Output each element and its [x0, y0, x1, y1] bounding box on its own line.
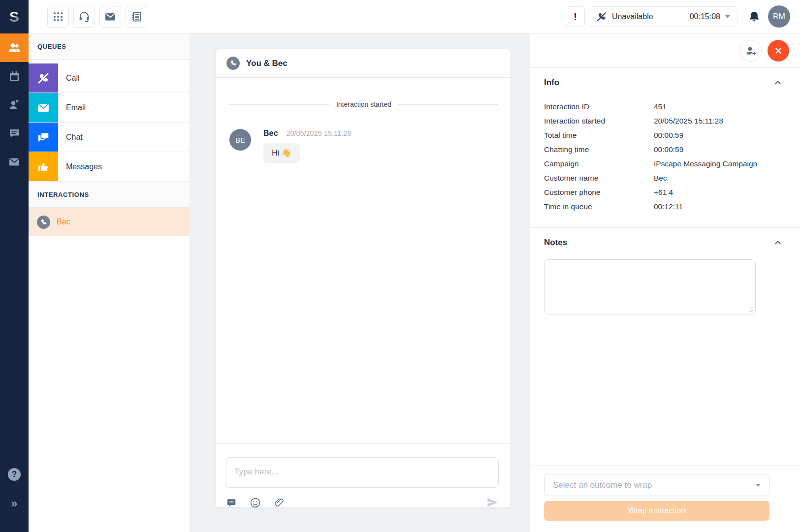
info-label: Total time [544, 128, 654, 142]
expand-glyph: » [11, 497, 17, 510]
interaction-item-bec[interactable]: Bec [29, 208, 190, 236]
queue-list: Call Email Chat Messages [29, 63, 190, 182]
status-timer: 00:15:08 [690, 12, 720, 21]
emoji-button[interactable] [250, 497, 261, 508]
help-glyph: ? [12, 469, 17, 479]
close-interaction-button[interactable] [768, 40, 789, 62]
message-avatar: BE [229, 129, 251, 151]
queues-panel: QUEUES Call Email Chat [29, 33, 190, 532]
queue-item-messages[interactable]: Messages [29, 152, 190, 182]
queue-label: Chat [66, 133, 83, 142]
chat-card: You & Bec Interaction started BE Bec 20/… [215, 49, 511, 508]
avatar-initials: BE [235, 136, 245, 144]
close-icon [773, 46, 783, 56]
headset-button[interactable] [73, 6, 95, 28]
alert-button[interactable]: ! [566, 6, 585, 27]
send-button[interactable] [486, 496, 499, 509]
info-value: 20/05/2025 15:11:28 [654, 114, 769, 128]
info-section-head: Info [544, 78, 782, 88]
envelope-icon [29, 93, 58, 122]
queue-item-chat[interactable]: Chat [29, 123, 190, 152]
info-row: Campaign IPscape Messaging Campaign [544, 156, 769, 171]
outcome-select[interactable]: Select an outcome to wrap [544, 474, 769, 496]
notes-title: Notes [544, 238, 567, 248]
info-value: IPscape Messaging Campaign [654, 156, 769, 171]
chat-bubble-icon [8, 127, 20, 139]
info-label: Interaction started [544, 114, 654, 128]
rail-item-chat[interactable] [0, 119, 29, 148]
agent-status-dropdown[interactable]: Unavailable 00:15:08 [589, 6, 737, 27]
envelope-icon [104, 11, 116, 23]
queue-item-email[interactable]: Email [29, 93, 190, 123]
queues-header: QUEUES [29, 33, 190, 60]
info-row: Customer name Bec [544, 171, 769, 185]
email-button[interactable] [99, 6, 121, 28]
topbar-right: ! Unavailable 00:15:08 RM [566, 5, 790, 28]
headset-icon [78, 11, 90, 23]
info-row: Customer phone +61 4 [544, 185, 769, 199]
notes-box [544, 259, 756, 316]
people-icon [8, 41, 21, 54]
info-value: Bec [654, 171, 769, 185]
info-section: Info Interaction ID 451 Interaction star… [530, 68, 800, 228]
alert-glyph: ! [574, 11, 577, 23]
rail-item-agent[interactable] [0, 91, 29, 119]
info-label: Customer phone [544, 185, 654, 199]
thumbs-up-icon [29, 152, 58, 181]
log-button[interactable] [126, 6, 147, 28]
wrap-interaction-button[interactable]: Wrap interaction [544, 501, 769, 521]
notifications-bell-button[interactable] [748, 10, 761, 23]
canned-responses-button[interactable] [226, 497, 237, 508]
chat-bubbles-icon [29, 123, 58, 152]
rail-item-schedule[interactable] [0, 62, 29, 91]
info-row: Interaction started 20/05/2025 15:11:28 [544, 114, 769, 128]
info-row: Time in queue 00:12:11 [544, 199, 769, 214]
info-value: 451 [654, 99, 769, 114]
chat-title: You & Bec [246, 59, 288, 68]
info-label: Chatting time [544, 142, 654, 156]
notes-input[interactable] [544, 259, 756, 314]
collapse-info-button[interactable] [773, 78, 782, 87]
info-label: Campaign [544, 156, 654, 171]
chat-composer [216, 443, 511, 507]
chevron-down-icon [725, 15, 730, 18]
info-label: Customer name [544, 171, 654, 185]
phone-slash-icon [596, 11, 607, 22]
info-value: 00:00:59 [654, 142, 769, 156]
app-launcher-button[interactable] [47, 6, 69, 28]
rail-item-email[interactable] [0, 148, 29, 176]
message-timestamp: 20/05/2025 15:11:28 [286, 129, 351, 137]
brand-logo-icon: S [9, 9, 19, 24]
queue-label: Email [66, 103, 86, 112]
info-label: Time in queue [544, 199, 654, 214]
content-area: QUEUES Call Email Chat [29, 33, 800, 532]
wrap-section: Select an outcome to wrap Wrap interacti… [530, 466, 800, 532]
interactions-header: INTERACTIONS [29, 182, 190, 208]
attachment-button[interactable] [274, 497, 285, 508]
queue-item-call[interactable]: Call [29, 63, 190, 93]
collapse-notes-button[interactable] [773, 238, 782, 247]
whatsapp-icon [226, 57, 240, 70]
chevron-down-icon [756, 484, 761, 487]
interaction-started-divider: Interaction started [229, 100, 498, 108]
message-input[interactable] [226, 457, 499, 488]
transfer-button[interactable] [740, 40, 762, 62]
brand-logo: S [0, 0, 29, 33]
avatar-initials: RM [773, 12, 785, 21]
transfer-person-icon [745, 45, 757, 57]
whatsapp-icon [37, 216, 50, 229]
bell-icon [748, 10, 761, 23]
message-content: Bec 20/05/2025 15:11:28 Hi 👋 [263, 129, 351, 163]
rail-item-interactions[interactable] [0, 33, 29, 62]
outcome-placeholder: Select an outcome to wrap [553, 480, 652, 490]
composer-toolbar [226, 496, 499, 509]
info-value: +61 4 [654, 185, 769, 199]
expand-rail-icon[interactable]: » [11, 498, 17, 509]
queue-label: Messages [66, 162, 102, 171]
user-avatar[interactable]: RM [768, 5, 790, 28]
interaction-details-panel: Info Interaction ID 451 Interaction star… [530, 33, 800, 532]
message-sender: Bec [263, 129, 278, 138]
help-icon[interactable]: ? [8, 468, 21, 481]
info-row: Chatting time 00:00:59 [544, 142, 769, 156]
info-label: Interaction ID [544, 99, 654, 114]
